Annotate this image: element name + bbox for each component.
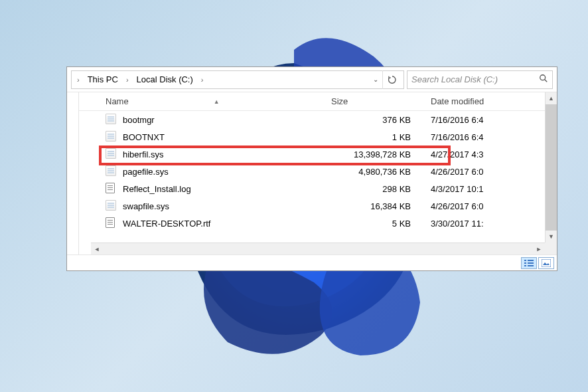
file-list: Name ▲ Size Date modified bootmgr376 KB7… bbox=[79, 92, 557, 254]
horizontal-scrollbar[interactable]: ◄ ► bbox=[91, 243, 545, 254]
file-size: 376 KB bbox=[331, 115, 424, 125]
toolbar: › This PC › Local Disk (C:) › ⌄ Search L… bbox=[67, 67, 557, 92]
file-date: 4/27/2017 4:3 bbox=[424, 149, 557, 159]
file-icon bbox=[106, 131, 119, 143]
column-header-size[interactable]: Size bbox=[331, 96, 424, 106]
svg-rect-3 bbox=[528, 260, 534, 261]
file-date: 4/3/2017 10:1 bbox=[424, 184, 557, 194]
file-icon bbox=[106, 148, 119, 160]
scroll-down-button[interactable]: ▼ bbox=[546, 231, 557, 243]
file-icon bbox=[106, 165, 119, 177]
svg-line-1 bbox=[545, 80, 548, 82]
file-icon bbox=[106, 114, 119, 126]
file-row[interactable]: hiberfil.sys13,398,728 KB4/27/2017 4:3 bbox=[79, 146, 557, 163]
navigation-pane-edge[interactable] bbox=[67, 92, 79, 254]
search-input[interactable]: Search Local Disk (C:) bbox=[407, 70, 553, 89]
file-name: hiberfil.sys bbox=[123, 149, 331, 159]
file-icon bbox=[106, 217, 119, 229]
file-row[interactable]: bootmgr376 KB7/16/2016 6:4 bbox=[79, 111, 557, 128]
file-size: 5 KB bbox=[331, 219, 424, 229]
sort-ascending-icon: ▲ bbox=[214, 98, 220, 105]
chevron-right-icon: › bbox=[123, 76, 131, 84]
svg-rect-8 bbox=[542, 259, 551, 267]
file-date: 3/30/2017 11: bbox=[424, 219, 557, 229]
svg-rect-5 bbox=[528, 262, 534, 264]
svg-rect-6 bbox=[524, 265, 526, 266]
search-icon[interactable] bbox=[539, 74, 548, 85]
file-name: Reflect_Install.log bbox=[123, 184, 331, 194]
file-date: 4/26/2017 6:0 bbox=[424, 201, 557, 211]
file-row[interactable]: swapfile.sys16,384 KB4/26/2017 6:0 bbox=[79, 197, 557, 215]
file-date: 7/16/2016 6:4 bbox=[424, 115, 557, 125]
column-header-name[interactable]: Name ▲ bbox=[106, 96, 331, 106]
file-name: swapfile.sys bbox=[123, 201, 331, 211]
file-explorer-window: › This PC › Local Disk (C:) › ⌄ Search L… bbox=[66, 66, 557, 271]
scroll-right-button[interactable]: ► bbox=[533, 243, 545, 254]
file-date: 4/26/2017 6:0 bbox=[424, 167, 557, 177]
file-date: 7/16/2016 6:4 bbox=[424, 132, 557, 142]
file-name: pagefile.sys bbox=[123, 167, 331, 177]
content-area: Name ▲ Size Date modified bootmgr376 KB7… bbox=[67, 92, 557, 254]
refresh-icon bbox=[388, 75, 397, 84]
column-name-label: Name bbox=[106, 96, 129, 106]
address-history-dropdown[interactable]: ⌄ bbox=[370, 73, 381, 86]
column-header-date[interactable]: Date modified bbox=[424, 96, 557, 106]
svg-rect-4 bbox=[524, 262, 526, 264]
svg-point-0 bbox=[540, 75, 546, 80]
file-name: bootmgr bbox=[123, 115, 331, 125]
scroll-left-button[interactable]: ◄ bbox=[91, 243, 103, 254]
address-bar[interactable]: › This PC › Local Disk (C:) › ⌄ bbox=[71, 70, 404, 89]
scroll-thumb-horizontal[interactable] bbox=[103, 243, 533, 254]
file-size: 13,398,728 KB bbox=[331, 149, 424, 159]
file-row[interactable]: pagefile.sys4,980,736 KB4/26/2017 6:0 bbox=[79, 163, 557, 180]
breadcrumb-root-chevron[interactable]: › bbox=[74, 76, 82, 84]
file-icon bbox=[106, 183, 119, 195]
search-placeholder: Search Local Disk (C:) bbox=[411, 74, 535, 84]
vertical-scrollbar[interactable]: ▲ ▼ bbox=[545, 92, 557, 243]
chevron-right-icon: › bbox=[198, 76, 206, 84]
file-icon bbox=[106, 200, 119, 212]
refresh-button[interactable] bbox=[382, 70, 401, 89]
file-name: BOOTNXT bbox=[123, 132, 331, 142]
file-rows: bootmgr376 KB7/16/2016 6:4BOOTNXT1 KB7/1… bbox=[79, 111, 557, 254]
file-row[interactable]: WALTER-DESKTOP.rtf5 KB3/30/2017 11: bbox=[79, 215, 557, 232]
column-headers: Name ▲ Size Date modified bbox=[79, 92, 557, 111]
details-view-button[interactable] bbox=[521, 257, 537, 269]
file-row[interactable]: BOOTNXT1 KB7/16/2016 6:4 bbox=[79, 128, 557, 146]
file-size: 16,384 KB bbox=[331, 201, 424, 211]
file-size: 298 KB bbox=[331, 184, 424, 194]
scroll-thumb-vertical[interactable] bbox=[546, 104, 557, 231]
thumbnails-view-button[interactable] bbox=[538, 257, 554, 269]
file-size: 1 KB bbox=[331, 132, 424, 142]
breadcrumb-local-disk[interactable]: Local Disk (C:) bbox=[133, 73, 197, 86]
status-bar bbox=[67, 254, 557, 270]
file-size: 4,980,736 KB bbox=[331, 167, 424, 177]
file-name: WALTER-DESKTOP.rtf bbox=[123, 219, 331, 229]
file-row[interactable]: Reflect_Install.log298 KB4/3/2017 10:1 bbox=[79, 180, 557, 197]
breadcrumb-this-pc[interactable]: This PC bbox=[84, 73, 122, 86]
svg-rect-2 bbox=[524, 260, 526, 261]
scroll-up-button[interactable]: ▲ bbox=[546, 92, 557, 104]
scroll-corner bbox=[545, 243, 557, 254]
svg-rect-7 bbox=[528, 265, 534, 266]
